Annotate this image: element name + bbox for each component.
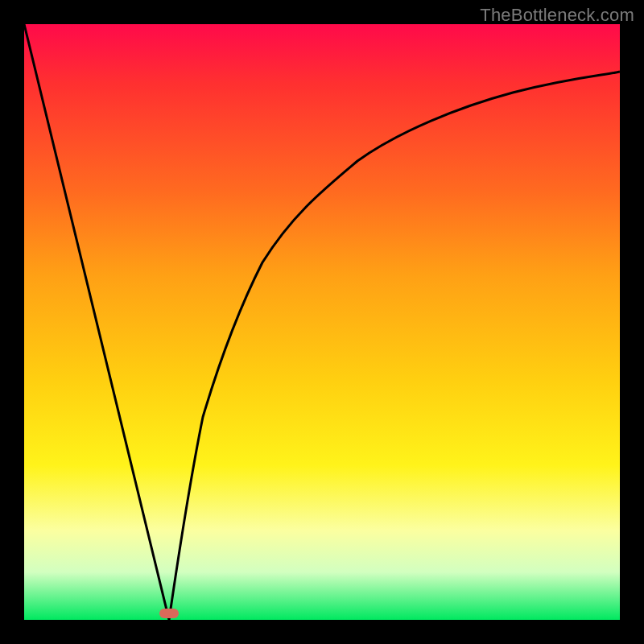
min-marker: [159, 609, 179, 618]
watermark-text: TheBottleneck.com: [480, 5, 634, 26]
bottleneck-curve: [24, 24, 620, 620]
plot-area: [24, 24, 620, 620]
chart-stage: TheBottleneck.com: [0, 0, 644, 644]
curve-path: [24, 24, 620, 620]
